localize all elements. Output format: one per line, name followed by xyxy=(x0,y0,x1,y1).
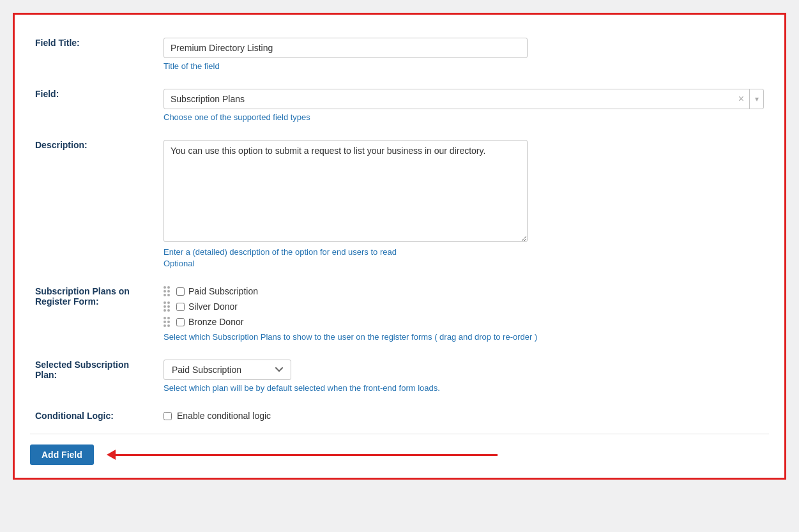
field-title-label: Field Title: xyxy=(35,38,80,48)
selected-plan-select[interactable]: Paid Subscription Silver Donor Bronze Do… xyxy=(164,360,291,380)
select-controls: × ▾ xyxy=(733,89,764,109)
subscription-plans-row: Subscription Plans on Register Form: Pai… xyxy=(30,278,769,352)
description-hint1: Enter a (detailed) description of the op… xyxy=(164,247,764,257)
field-title-hint: Title of the field xyxy=(164,61,764,71)
list-item: Silver Donor xyxy=(164,301,764,312)
form-divider xyxy=(30,434,769,434)
list-item: Paid Subscription xyxy=(164,286,764,296)
selected-plan-row: Selected Subscription Plan: Paid Subscri… xyxy=(30,352,769,403)
conditional-logic-input-cell: Enable conditional logic xyxy=(158,403,769,431)
selected-plan-hint: Select which plan will be by default sel… xyxy=(164,383,764,393)
drag-handle-bronze[interactable] xyxy=(164,317,170,327)
drag-handle-silver[interactable] xyxy=(164,301,170,312)
conditional-logic-checkbox[interactable] xyxy=(164,412,172,420)
label-paid-subscription: Paid Subscription xyxy=(188,286,258,296)
description-row: Description: You can use this option to … xyxy=(30,132,769,278)
field-type-hint: Choose one of the supported field types xyxy=(164,112,764,122)
label-bronze-donor: Bronze Donor xyxy=(188,317,243,327)
description-label-cell: Description: xyxy=(30,132,158,278)
field-type-label-cell: Field: xyxy=(30,81,158,132)
checkbox-paid-subscription[interactable] xyxy=(176,287,185,296)
subscription-plans-label-cell: Subscription Plans on Register Form: xyxy=(30,278,158,352)
checkbox-bronze-donor[interactable] xyxy=(176,318,185,326)
selected-plan-label-cell: Selected Subscription Plan: xyxy=(30,352,158,403)
list-item: Bronze Donor xyxy=(164,317,764,327)
add-field-button[interactable]: Add Field xyxy=(30,445,94,465)
form-table: Field Title: Title of the field Field: S… xyxy=(30,30,769,431)
subscription-plans-input-cell: Paid Subscription Silver Donor xyxy=(158,278,769,352)
field-type-select[interactable]: Subscription Plans xyxy=(164,89,764,109)
field-type-input-cell: Subscription Plans × ▾ Choose one of the… xyxy=(158,81,769,132)
select-clear-icon[interactable]: × xyxy=(733,94,749,104)
conditional-logic-label: Conditional Logic: xyxy=(35,411,114,421)
description-textarea[interactable]: You can use this option to submit a requ… xyxy=(164,140,528,242)
field-title-input[interactable] xyxy=(164,38,528,58)
conditional-logic-label-cell: Conditional Logic: xyxy=(30,403,158,431)
conditional-logic-row: Conditional Logic: Enable conditional lo… xyxy=(30,403,769,431)
checkbox-silver-donor[interactable] xyxy=(176,303,185,311)
conditional-logic-row-inner: Enable conditional logic xyxy=(164,411,764,421)
subscription-plans-hint: Select which Subscription Plans to show … xyxy=(164,332,764,342)
drag-handle-paid[interactable] xyxy=(164,286,170,296)
field-type-label: Field: xyxy=(35,89,59,99)
field-title-row: Field Title: Title of the field xyxy=(30,30,769,81)
subscription-plans-label: Subscription Plans on Register Form: xyxy=(35,286,130,307)
description-hint2: Optional xyxy=(164,259,764,268)
form-container: Field Title: Title of the field Field: S… xyxy=(13,13,786,480)
field-title-input-cell: Title of the field xyxy=(158,30,769,81)
arrow-line xyxy=(114,454,498,456)
label-silver-donor: Silver Donor xyxy=(188,301,238,312)
field-type-row: Field: Subscription Plans × ▾ Choose one… xyxy=(30,81,769,132)
arrow-container xyxy=(107,450,769,460)
selected-plan-input-cell: Paid Subscription Silver Donor Bronze Do… xyxy=(158,352,769,403)
description-label: Description: xyxy=(35,140,88,150)
bottom-bar: Add Field xyxy=(30,445,769,465)
field-title-label-cell: Field Title: xyxy=(30,30,158,81)
description-input-cell: You can use this option to submit a requ… xyxy=(158,132,769,278)
select-dropdown-icon[interactable]: ▾ xyxy=(749,89,764,109)
subscription-plans-list: Paid Subscription Silver Donor xyxy=(164,286,764,327)
selected-plan-label: Selected Subscription Plan: xyxy=(35,360,129,380)
field-select-wrapper: Subscription Plans × ▾ xyxy=(164,89,764,109)
conditional-logic-checkbox-label: Enable conditional logic xyxy=(177,411,271,421)
